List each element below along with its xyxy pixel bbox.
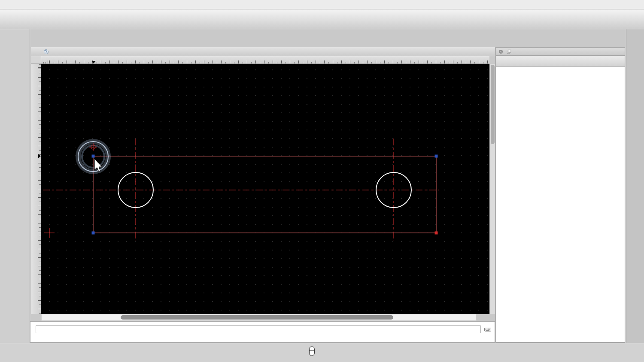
- document-icon: [43, 48, 49, 55]
- mouse-hint-icon: [308, 346, 316, 357]
- selection-handles[interactable]: [92, 155, 438, 235]
- hruler-major-ticks: [41, 60, 489, 63]
- menu-bar: [0, 0, 644, 9]
- relative-zero-marker: [89, 143, 97, 151]
- origin-marker: [44, 228, 55, 238]
- horizontal-scrollbar[interactable]: [41, 314, 477, 321]
- vruler-major-ticks: [38, 64, 41, 314]
- document-titlebar[interactable]: [31, 47, 495, 56]
- layer-panel-header: [496, 48, 625, 56]
- vertical-scrollbar[interactable]: [489, 64, 495, 314]
- right-dock: [626, 29, 644, 343]
- layer-toolbar: [496, 56, 625, 67]
- main-toolbar: [0, 9, 644, 29]
- keyboard-toggle-button[interactable]: [483, 326, 492, 333]
- ruler-corner: [31, 56, 41, 64]
- left-tool-palette: [0, 29, 30, 343]
- command-input[interactable]: [36, 325, 481, 333]
- vertical-ruler: [31, 64, 41, 314]
- command-widget: [30, 321, 495, 343]
- close-panel-button[interactable]: [498, 49, 504, 54]
- hscroll-thumb[interactable]: [121, 315, 393, 320]
- float-panel-button[interactable]: [506, 49, 512, 54]
- vruler-position-marker: [38, 154, 41, 158]
- drawing-canvas[interactable]: [41, 64, 489, 314]
- vscroll-thumb[interactable]: [491, 65, 495, 144]
- horizontal-ruler: [41, 56, 489, 64]
- status-bar: [0, 343, 644, 362]
- layer-list-panel: [495, 47, 625, 343]
- hruler-position-marker: [91, 61, 96, 63]
